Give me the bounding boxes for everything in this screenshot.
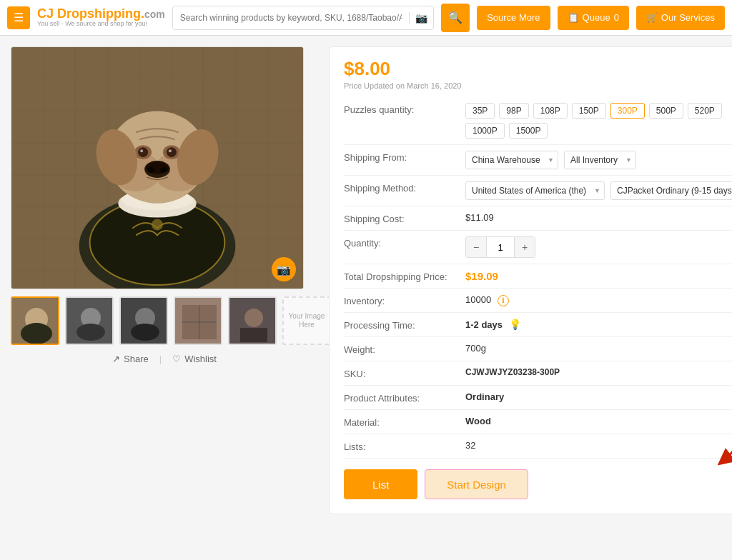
shipping-from-select[interactable]: China Warehouse xyxy=(465,151,558,169)
svg-point-26 xyxy=(167,147,177,157)
china-warehouse-wrapper: China Warehouse xyxy=(465,151,558,169)
source-more-button[interactable]: Source More xyxy=(477,6,550,30)
qty-35p[interactable]: 35P xyxy=(465,103,495,119)
svg-point-38 xyxy=(21,323,52,344)
bottom-section: List Start Design xyxy=(344,459,732,503)
thumbnail-5[interactable] xyxy=(228,296,277,345)
search-button[interactable]: 🔍 xyxy=(441,4,470,32)
processing-time-row: Processing Time: 1-2 days 💡 xyxy=(344,313,732,337)
inventory-select[interactable]: All Inventory xyxy=(564,151,636,169)
quantity-increase[interactable]: + xyxy=(515,237,535,257)
camera-overlay-icon: 📷 xyxy=(277,263,291,276)
total-price-row: Total Dropshipping Price: $19.09 xyxy=(344,264,732,289)
inventory-wrapper: All Inventory xyxy=(564,151,636,169)
product-price: $8.00 xyxy=(344,58,732,80)
qty-98p[interactable]: 98P xyxy=(499,103,528,119)
product-image-svg xyxy=(11,47,303,289)
sku-row: SKU: CJWJWJYZ03238-300P xyxy=(344,361,732,386)
thumbnail-4[interactable] xyxy=(174,296,222,345)
inventory-count: 10000 xyxy=(465,294,491,305)
svg-point-41 xyxy=(76,324,105,341)
camera-button[interactable]: 📷 xyxy=(409,12,433,24)
country-select[interactable]: United States of America (the) xyxy=(465,181,605,200)
puzzles-quantity-label: Puzzles quantity: xyxy=(344,103,458,115)
divider: | xyxy=(159,354,162,364)
shipping-cost-label: Shipping Cost: xyxy=(344,212,458,224)
shipping-from-row: Shipping From: China Warehouse All Inven… xyxy=(344,145,732,176)
price-section: $8.00 Price Updated on March 16, 2020 xyxy=(344,58,732,90)
qty-520p[interactable]: 520P xyxy=(688,103,722,119)
right-panel: $8.00 Price Updated on March 16, 2020 Pu… xyxy=(329,46,732,514)
share-button[interactable]: ↗ Share xyxy=(112,354,149,364)
quantity-stepper: − + xyxy=(465,236,535,258)
logo-sub: You sell - We source and shop for you! xyxy=(37,21,165,28)
qty-500p[interactable]: 500P xyxy=(649,103,683,119)
start-design-button[interactable]: Start Design xyxy=(425,469,528,499)
shipping-method-row: Shipping Method: United States of Americ… xyxy=(344,176,732,206)
svg-point-31 xyxy=(147,167,154,173)
svg-point-28 xyxy=(169,149,172,152)
puzzles-quantity-value: 35P 98P 108P 150P 300P 500P 520P 1000P 1… xyxy=(465,103,732,139)
shipping-service-select[interactable]: CJPacket Ordinary (9-15 days) xyxy=(610,181,732,200)
quantity-stepper-wrapper: − + xyxy=(465,236,732,258)
svg-point-32 xyxy=(160,167,167,173)
thumbnail-placeholder[interactable]: Your Image Here xyxy=(282,296,331,345)
social-row: ↗ Share | ♡ Wishlist xyxy=(11,354,318,364)
quantity-label: Quantity: xyxy=(344,236,458,249)
queue-button[interactable]: 📋 Queue 0 xyxy=(558,6,629,30)
lists-row: Lists: 32 xyxy=(344,434,732,459)
qty-1000p[interactable]: 1000P xyxy=(465,123,505,139)
puzzles-quantity-row: Puzzles quantity: 35P 98P 108P 150P 300P… xyxy=(344,97,732,145)
shipping-cost-value: $11.09 xyxy=(465,212,732,223)
services-button[interactable]: 🛒 Our Services xyxy=(636,6,725,30)
shipping-method-value: United States of America (the) CJPacket … xyxy=(465,181,732,200)
thumbnail-2[interactable] xyxy=(65,296,114,345)
inventory-row: Inventory: 10000 ℹ xyxy=(344,289,732,313)
main-container: 📷 xyxy=(0,36,732,525)
sku-label: SKU: xyxy=(344,367,458,379)
product-image-main: 📷 xyxy=(11,46,304,289)
country-wrapper: United States of America (the) xyxy=(465,181,605,200)
svg-point-27 xyxy=(140,149,143,152)
services-icon: 🛒 xyxy=(646,12,658,23)
svg-point-44 xyxy=(131,324,159,341)
weight-row: Weight: 700g xyxy=(344,337,732,361)
image-overlay-icon[interactable]: 📷 xyxy=(272,257,296,281)
logo: CJ Dropshipping.com You sell - We source… xyxy=(37,7,165,29)
price-updated: Price Updated on March 16, 2020 xyxy=(344,81,732,90)
lists-label: Lists: xyxy=(344,440,458,452)
placeholder-text: Your Image Here xyxy=(284,312,330,329)
menu-button[interactable]: ☰ xyxy=(7,6,30,29)
wishlist-button[interactable]: ♡ Wishlist xyxy=(172,354,217,364)
svg-point-35 xyxy=(152,219,163,231)
material-row: Material: Wood xyxy=(344,410,732,434)
thumbnail-1[interactable] xyxy=(11,296,59,345)
qty-150p[interactable]: 150P xyxy=(572,103,606,119)
menu-icon: ☰ xyxy=(14,11,24,24)
inventory-label: Inventory: xyxy=(344,294,458,306)
search-icon: 🔍 xyxy=(448,11,463,24)
search-input[interactable] xyxy=(173,13,409,23)
qty-108p[interactable]: 108P xyxy=(533,103,568,119)
inventory-info-icon[interactable]: ℹ xyxy=(498,295,509,306)
source-more-label: Source More xyxy=(487,12,540,23)
shipping-method-label: Shipping Method: xyxy=(344,181,458,194)
attributes-value: Ordinary xyxy=(465,391,732,402)
material-label: Material: xyxy=(344,416,458,428)
qty-1500p[interactable]: 1500P xyxy=(509,123,548,139)
attributes-label: Product Attributes: xyxy=(344,391,458,404)
queue-label: Queue xyxy=(583,12,610,23)
total-price-label: Total Dropshipping Price: xyxy=(344,270,458,282)
processing-time-value: 1-2 days 💡 xyxy=(465,319,732,330)
search-bar: 📷 xyxy=(172,6,434,30)
thumbnail-3[interactable] xyxy=(119,296,168,345)
quantity-input[interactable] xyxy=(486,237,515,257)
inventory-value: 10000 ℹ xyxy=(465,294,732,306)
quantity-decrease[interactable]: − xyxy=(466,237,486,257)
shipping-from-value: China Warehouse All Inventory xyxy=(465,151,732,169)
arrow-annotation xyxy=(681,424,732,467)
qty-300p[interactable]: 300P xyxy=(610,103,645,119)
shipping-service-wrapper: CJPacket Ordinary (9-15 days) xyxy=(610,181,732,200)
list-button[interactable]: List xyxy=(344,469,417,499)
total-price-value: $19.09 xyxy=(465,270,732,282)
